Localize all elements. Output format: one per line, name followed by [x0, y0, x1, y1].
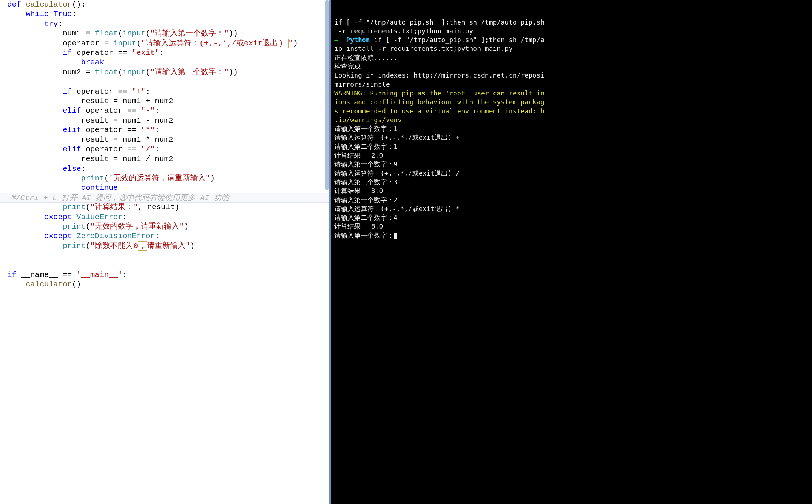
- code-line[interactable]: while True:: [0, 10, 329, 19]
- terminal-line: 请输入运算符：(+,-,*,/或exit退出) +: [334, 133, 808, 142]
- terminal-line: Looking in indexes: http://mirrors.csdn.…: [334, 71, 808, 80]
- code-line[interactable]: if operator == "+":: [0, 87, 329, 97]
- code-line[interactable]: print("计算结果：", result): [0, 203, 329, 212]
- terminal-line: 检查完成: [334, 62, 808, 71]
- terminal-line: 计算结果： 8.0: [334, 222, 808, 231]
- terminal-line: 请输入第一个数字：9: [334, 160, 808, 169]
- terminal-line: 请输入第二个数字：4: [334, 213, 808, 222]
- code-line[interactable]: [0, 261, 329, 270]
- code-line[interactable]: [0, 77, 329, 87]
- terminal-line: 请输入第一个数字：2: [334, 196, 808, 204]
- code-line[interactable]: elif operator == "-":: [0, 106, 329, 116]
- terminal-line: s recommended to use a virtual environme…: [334, 107, 808, 116]
- terminal-line: 请输入第二个数字：1: [334, 142, 808, 151]
- code-line[interactable]: elif operator == "*":: [0, 125, 329, 135]
- code-line[interactable]: num1 = float(input("请输入第一个数字：")): [0, 29, 329, 38]
- code-line[interactable]: continue: [0, 183, 329, 193]
- code-line[interactable]: except ZeroDivisionError:: [0, 232, 329, 241]
- code-line[interactable]: operator = input("请输入运算符：(+,-,*,/或exit退出…: [0, 39, 329, 48]
- terminal-line: mirrors/simple: [334, 80, 808, 89]
- terminal-line: .io/warnings/venv: [334, 116, 808, 124]
- terminal-line: ip install -r requirements.txt;python ma…: [334, 44, 808, 53]
- terminal-line: WARNING: Running pip as the 'root' user …: [334, 89, 808, 98]
- code-line[interactable]: except ValueError:: [0, 212, 329, 222]
- terminal-line: -r requirements.txt;python main.py: [334, 27, 808, 35]
- code-line[interactable]: print("除数不能为0，请重新输入"): [0, 241, 329, 251]
- terminal-line: 计算结果： 3.0: [334, 187, 808, 195]
- code-line[interactable]: def calculator():: [0, 0, 329, 10]
- code-line[interactable]: result = num1 * num2: [0, 135, 329, 144]
- code-line[interactable]: else:: [0, 164, 329, 174]
- editor-scrollbar-thumb[interactable]: [325, 0, 329, 190]
- terminal-pane[interactable]: if [ -f "/tmp/auto_pip.sh" ];then sh /tm…: [329, 0, 812, 504]
- code-line[interactable]: result = num1 + num2: [0, 97, 329, 106]
- code-line[interactable]: if operator == "exit":: [0, 48, 329, 58]
- terminal-cursor: [394, 233, 397, 239]
- code-line[interactable]: try:: [0, 19, 329, 29]
- terminal-line: 请输入第一个数字：: [334, 231, 808, 240]
- terminal-line: 请输入第一个数字：1: [334, 124, 808, 133]
- code-line[interactable]: [0, 251, 329, 260]
- terminal-line: 请输入运算符：(+,-,*,/或exit退出) *: [334, 204, 808, 213]
- terminal-line: 请输入运算符：(+,-,*,/或exit退出) /: [334, 169, 808, 178]
- code-line[interactable]: print("无效的数字，请重新输入"): [0, 222, 329, 232]
- code-content[interactable]: def calculator(): while True: try: num1 …: [0, 0, 329, 290]
- terminal-line: 请输入第二个数字：3: [334, 178, 808, 187]
- ai-hint-line: ⌘/Ctrl + L 打开 AI 提问，选中代码右键使用更多 AI 功能: [0, 193, 329, 203]
- code-editor-pane[interactable]: def calculator(): while True: try: num1 …: [0, 0, 329, 504]
- code-line[interactable]: elif operator == "/":: [0, 145, 329, 154]
- terminal-line: 计算结果： 2.0: [334, 151, 808, 160]
- code-line[interactable]: result = num1 - num2: [0, 116, 329, 125]
- terminal-line: 正在检查依赖......: [334, 53, 808, 62]
- terminal-line: if [ -f "/tmp/auto_pip.sh" ];then sh /tm…: [334, 18, 808, 27]
- terminal-line: → Python if [ -f "/tmp/auto_pip.sh" ];th…: [334, 35, 808, 44]
- terminal-content[interactable]: if [ -f "/tmp/auto_pip.sh" ];then sh /tm…: [334, 18, 808, 240]
- code-line[interactable]: calculator(): [0, 280, 329, 289]
- code-line[interactable]: result = num1 / num2: [0, 154, 329, 164]
- code-line[interactable]: print("无效的运算符，请重新输入"): [0, 174, 329, 183]
- terminal-line: ions and conflicting behaviour with the …: [334, 98, 808, 106]
- code-line[interactable]: if __name__ == '__main__':: [0, 270, 329, 280]
- code-line[interactable]: break: [0, 58, 329, 67]
- code-line[interactable]: num2 = float(input("请输入第二个数字：")): [0, 68, 329, 77]
